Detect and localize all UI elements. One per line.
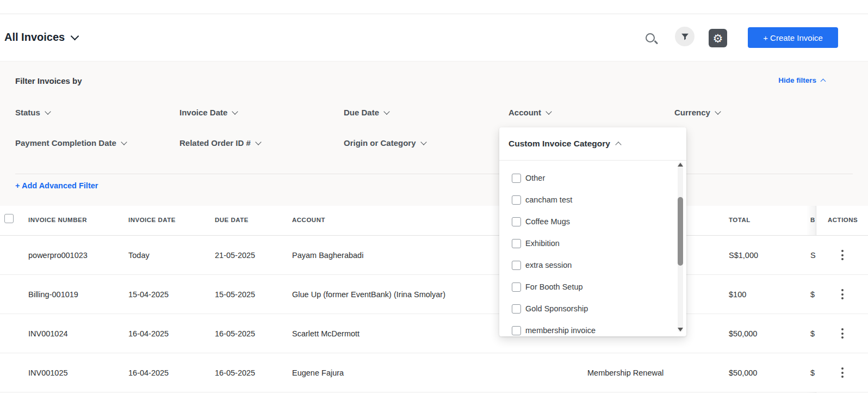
row-actions-menu-button[interactable]	[836, 248, 849, 263]
kebab-icon	[841, 328, 844, 330]
search-button[interactable]	[645, 33, 658, 46]
chevron-down-icon	[383, 108, 389, 114]
settings-button[interactable]: ⚙	[709, 29, 727, 47]
checkbox-icon[interactable]	[512, 239, 521, 248]
kebab-icon	[841, 254, 844, 256]
kebab-icon	[841, 289, 844, 291]
category-cell: Membership Renewal	[587, 369, 664, 377]
total-cell: $50,000	[729, 369, 757, 377]
total-cell: $50,000	[729, 329, 757, 338]
checkbox-icon[interactable]	[512, 174, 521, 183]
dropdown-option-label: cancham test	[525, 195, 572, 204]
invoice-number-cell: Billing-001019	[28, 290, 78, 299]
hide-filters-link[interactable]: Hide filters	[778, 76, 825, 84]
kebab-icon	[841, 336, 844, 339]
dropdown-title: Custom Invoice Category	[509, 139, 610, 149]
filter-toggle-button[interactable]	[675, 27, 695, 46]
filter-label: Related Order ID #	[179, 138, 251, 148]
kebab-icon	[841, 376, 844, 378]
filter-account[interactable]: Account	[509, 108, 551, 117]
invoice-table: INVOICE NUMBERINVOICE DATEDUE DATEACCOUN…	[0, 206, 868, 393]
balance-partial-cell: S	[810, 251, 816, 260]
due-date-cell: 16-05-2025	[215, 329, 255, 338]
dropdown-option-exhibition[interactable]: Exhibition	[499, 232, 686, 254]
filter-label: Invoice Date	[179, 108, 227, 117]
checkbox-icon[interactable]	[512, 261, 521, 270]
scrollbar-down-arrow-icon[interactable]	[678, 328, 683, 331]
dropdown-option-label: Exhibition	[525, 239, 560, 248]
balance-partial-cell: $	[810, 369, 815, 377]
dropdown-option-label: Gold Sponsorship	[525, 304, 588, 313]
dropdown-option-for-booth-setup[interactable]: For Booth Setup	[499, 276, 686, 298]
due-date-cell: 21-05-2025	[215, 251, 255, 260]
chevron-down-icon	[545, 108, 551, 114]
kebab-icon	[841, 250, 844, 252]
scrollbar-up-arrow-icon[interactable]	[678, 163, 683, 167]
scrollbar-thumb[interactable]	[678, 197, 683, 266]
row-actions-menu-button[interactable]	[836, 287, 849, 302]
filter-status[interactable]: Status	[15, 108, 50, 117]
table-header-row: INVOICE NUMBERINVOICE DATEDUE DATEACCOUN…	[0, 206, 868, 236]
checkbox-icon[interactable]	[512, 195, 521, 205]
filter-origin-or-category[interactable]: Origin or Category	[344, 138, 426, 148]
kebab-icon	[841, 333, 844, 335]
checkbox-icon[interactable]	[512, 283, 521, 292]
invoice-date-cell: 16-04-2025	[128, 329, 169, 338]
filter-currency[interactable]: Currency	[674, 108, 720, 117]
checkbox-icon[interactable]	[512, 326, 521, 335]
dropdown-option-label: extra session	[525, 261, 572, 269]
dropdown-option-membership-invoice[interactable]: membership invoice	[499, 320, 686, 336]
invoice-row[interactable]: INV00102416-04-202516-05-2025Scarlett Mc…	[0, 314, 868, 353]
filter-related-order-id[interactable]: Related Order ID #	[179, 138, 261, 148]
account-cell: Payam Bagherabadi	[292, 251, 363, 260]
filter-label: Account	[509, 108, 541, 117]
invoice-row[interactable]: powerpro001023Today21-05-2025Payam Baghe…	[0, 236, 868, 275]
filter-label: Due Date	[344, 108, 379, 117]
invoice-row[interactable]: INV00102516-04-202516-05-2025Eugene Faju…	[0, 353, 868, 392]
dropdown-option-coffee-mugs[interactable]: Coffee Mugs	[499, 211, 686, 232]
dropdown-option-label: Coffee Mugs	[525, 217, 570, 226]
kebab-icon	[841, 372, 844, 374]
invoices-screen: All Invoices ⚙ + Create Invoice Filter I…	[0, 0, 868, 393]
invoice-date-cell: 15-04-2025	[128, 290, 169, 299]
dropdown-option-label: For Booth Setup	[525, 283, 583, 291]
dropdown-option-other[interactable]: Other	[499, 167, 686, 189]
filter-payment-completion-date[interactable]: Payment Completion Date	[15, 138, 126, 148]
table-body: powerpro001023Today21-05-2025Payam Baghe…	[0, 236, 868, 392]
row-actions-menu-button[interactable]	[836, 365, 849, 380]
dropdown-option-gold-sponsorship[interactable]: Gold Sponsorship	[499, 298, 686, 320]
invoice-list-selector[interactable]: All Invoices	[4, 31, 78, 44]
column-header-invoice-number: INVOICE NUMBER	[28, 217, 87, 223]
checkbox-icon[interactable]	[512, 217, 521, 226]
filter-label: Status	[15, 108, 40, 117]
column-header-total: TOTAL	[729, 217, 751, 223]
create-invoice-button[interactable]: + Create Invoice	[748, 27, 838, 48]
checkbox-icon[interactable]	[512, 304, 521, 314]
column-header-actions: ACTIONS	[828, 217, 858, 223]
custom-invoice-category-filter[interactable]: Custom Invoice Category	[499, 127, 686, 161]
column-header-balance-partial: B	[810, 217, 815, 223]
filter-label: Currency	[674, 108, 710, 117]
dropdown-option-cancham-test[interactable]: cancham test	[499, 189, 686, 211]
row-actions-menu-button[interactable]	[836, 326, 849, 341]
chevron-down-icon	[715, 108, 721, 114]
chevron-down-icon	[232, 108, 238, 114]
filter-due-date[interactable]: Due Date	[344, 108, 389, 117]
filter-invoice-date[interactable]: Invoice Date	[179, 108, 237, 117]
column-header-invoice-date: INVOICE DATE	[128, 217, 176, 223]
search-icon	[646, 33, 655, 42]
chevron-down-icon	[45, 108, 51, 114]
total-cell: $100	[729, 290, 746, 299]
balance-partial-cell: $	[810, 329, 815, 338]
invoice-row[interactable]: Billing-00101915-04-202515-05-2025Glue U…	[0, 275, 868, 314]
invoice-date-cell: Today	[128, 251, 150, 260]
dropdown-scrollbar[interactable]	[678, 162, 683, 332]
filter-icon	[680, 32, 690, 41]
kebab-icon	[841, 367, 844, 370]
due-date-cell: 15-05-2025	[215, 290, 255, 299]
select-all-checkbox[interactable]	[4, 214, 14, 223]
filter-divider	[15, 174, 853, 174]
dropdown-option-extra-session[interactable]: extra session	[499, 254, 686, 276]
gear-icon: ⚙	[713, 33, 723, 44]
add-advanced-filter-link[interactable]: + Add Advanced Filter	[15, 181, 98, 190]
